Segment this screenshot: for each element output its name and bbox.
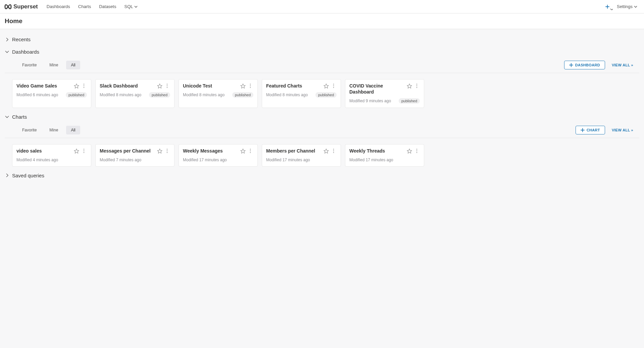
status-badge: published <box>232 92 253 98</box>
dashboard-card[interactable]: Video Game Sales Modified 6 minutes ago … <box>12 79 91 108</box>
section-charts-header[interactable]: Charts <box>5 111 639 123</box>
tab-all[interactable]: All <box>66 126 80 134</box>
chevron-down-icon <box>5 115 9 118</box>
card-modified: Modified 17 minutes ago <box>183 158 253 162</box>
tab-favorite[interactable]: Favorite <box>17 61 41 69</box>
more-icon[interactable] <box>331 148 337 154</box>
card-modified: Modified 9 minutes ago <box>349 99 399 103</box>
dashboard-card[interactable]: Slack Dashboard Modified 8 minutes ago p… <box>95 79 175 108</box>
card-modified: Modified 8 minutes ago <box>266 93 315 97</box>
card-title: COVID Vaccine Dashboard <box>349 83 404 95</box>
charts-view-all[interactable]: VIEW ALL » <box>612 128 633 132</box>
star-icon[interactable] <box>157 148 163 154</box>
dashboard-card[interactable]: COVID Vaccine Dashboard Modified 9 minut… <box>345 79 424 108</box>
tab-mine[interactable]: Mine <box>45 126 63 134</box>
tab-mine[interactable]: Mine <box>45 61 63 69</box>
card-title: Slack Dashboard <box>100 83 155 89</box>
star-icon[interactable] <box>406 148 412 154</box>
card-modified: Modified 8 minutes ago <box>100 93 149 97</box>
star-icon[interactable] <box>240 83 246 89</box>
brand-logo[interactable]: Superset <box>4 3 38 10</box>
status-badge: published <box>66 92 87 98</box>
chevron-right-icon <box>5 173 9 177</box>
star-icon[interactable] <box>323 83 329 89</box>
star-icon[interactable] <box>157 83 163 89</box>
caret-down-icon <box>134 6 138 8</box>
dashboards-view-all[interactable]: VIEW ALL » <box>612 63 633 67</box>
card-title: Weekly Threads <box>349 148 404 154</box>
status-badge: published <box>399 98 420 104</box>
charts-card-grid: video sales Modified 4 minutes ago Messa… <box>5 138 639 169</box>
caret-down-icon <box>610 8 613 10</box>
card-modified: Modified 17 minutes ago <box>349 158 420 162</box>
plus-icon <box>569 63 573 67</box>
more-icon[interactable] <box>81 83 87 89</box>
dashboards-tab-row: Favorite Mine All DASHBOARD VIEW ALL » <box>5 58 639 73</box>
star-icon[interactable] <box>323 148 329 154</box>
more-icon[interactable] <box>81 148 87 154</box>
star-icon[interactable] <box>73 148 80 154</box>
chevron-right-icon <box>5 38 9 42</box>
section-saved-queries-title: Saved queries <box>12 173 44 178</box>
card-title: Messages per Channel <box>100 148 155 154</box>
dashboard-card[interactable]: Unicode Test Modified 8 minutes ago publ… <box>179 79 258 108</box>
star-icon[interactable] <box>240 148 246 154</box>
plus-icon <box>581 128 585 132</box>
tab-all[interactable]: All <box>66 61 80 69</box>
title-bar: Home <box>0 13 644 29</box>
card-modified: Modified 8 minutes ago <box>183 93 232 97</box>
section-dashboards-header[interactable]: Dashboards <box>5 46 639 58</box>
more-icon[interactable] <box>164 148 170 154</box>
card-title: Weekly Messages <box>183 148 238 154</box>
chart-card[interactable]: Members per Channel Modified 17 minutes … <box>262 144 341 166</box>
section-saved-queries-header[interactable]: Saved queries <box>5 169 639 182</box>
brand-name: Superset <box>13 3 38 10</box>
new-dashboard-button[interactable]: DASHBOARD <box>564 61 605 69</box>
caret-down-icon <box>634 6 637 8</box>
section-dashboards-title: Dashboards <box>12 49 39 55</box>
nav-right: Settings <box>603 0 640 13</box>
page-title: Home <box>5 17 639 25</box>
nav-links: Dashboards Charts Datasets SQL <box>43 0 142 13</box>
nav-dashboards[interactable]: Dashboards <box>43 0 74 13</box>
status-badge: published <box>315 92 337 98</box>
card-modified: Modified 4 minutes ago <box>16 158 87 162</box>
tab-favorite[interactable]: Favorite <box>17 126 41 134</box>
chart-card[interactable]: Messages per Channel Modified 7 minutes … <box>95 144 175 166</box>
more-icon[interactable] <box>247 83 253 89</box>
more-icon[interactable] <box>247 148 253 154</box>
section-charts-title: Charts <box>12 114 27 120</box>
chart-card[interactable]: Weekly Messages Modified 17 minutes ago <box>179 144 258 166</box>
card-title: Featured Charts <box>266 83 321 89</box>
card-title: video sales <box>16 148 71 154</box>
nav-settings[interactable]: Settings <box>614 0 640 13</box>
dashboards-card-grid: Video Game Sales Modified 6 minutes ago … <box>5 73 639 111</box>
card-modified: Modified 7 minutes ago <box>100 158 170 162</box>
star-icon[interactable] <box>73 83 80 89</box>
top-nav: Superset Dashboards Charts Datasets SQL … <box>0 0 644 13</box>
new-button[interactable] <box>603 2 612 11</box>
card-modified: Modified 6 minutes ago <box>16 93 66 97</box>
new-chart-button[interactable]: CHART <box>576 126 605 134</box>
card-title: Video Game Sales <box>16 83 71 89</box>
dashboard-card[interactable]: Featured Charts Modified 8 minutes ago p… <box>262 79 341 108</box>
more-icon[interactable] <box>414 83 420 89</box>
more-icon[interactable] <box>331 83 337 89</box>
chart-card[interactable]: video sales Modified 4 minutes ago <box>12 144 91 166</box>
infinity-icon <box>4 4 12 9</box>
star-icon[interactable] <box>406 83 412 89</box>
charts-tab-row: Favorite Mine All CHART VIEW ALL » <box>5 123 639 138</box>
nav-sql[interactable]: SQL <box>120 0 142 13</box>
nav-datasets[interactable]: Datasets <box>95 0 120 13</box>
section-recents-header[interactable]: Recents <box>5 33 639 46</box>
card-title: Unicode Test <box>183 83 238 89</box>
section-recents-title: Recents <box>12 37 31 42</box>
card-modified: Modified 17 minutes ago <box>266 158 337 162</box>
card-title: Members per Channel <box>266 148 321 154</box>
chart-card[interactable]: Weekly Threads Modified 17 minutes ago <box>345 144 424 166</box>
more-icon[interactable] <box>414 148 420 154</box>
nav-charts[interactable]: Charts <box>74 0 95 13</box>
content: Recents Dashboards Favorite Mine All DAS… <box>0 29 644 195</box>
more-icon[interactable] <box>164 83 170 89</box>
chevron-down-icon <box>5 50 9 53</box>
